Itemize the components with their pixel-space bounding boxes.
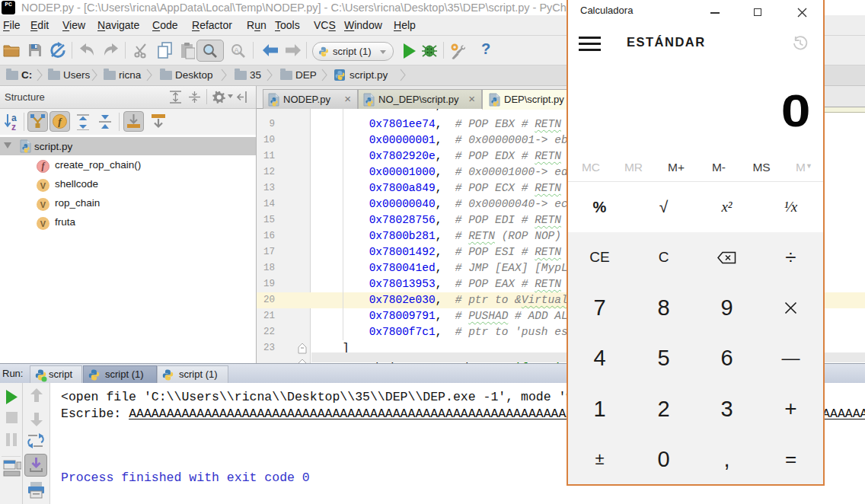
svg-text:A: A [235, 46, 239, 54]
svg-text:z: z [11, 122, 16, 132]
